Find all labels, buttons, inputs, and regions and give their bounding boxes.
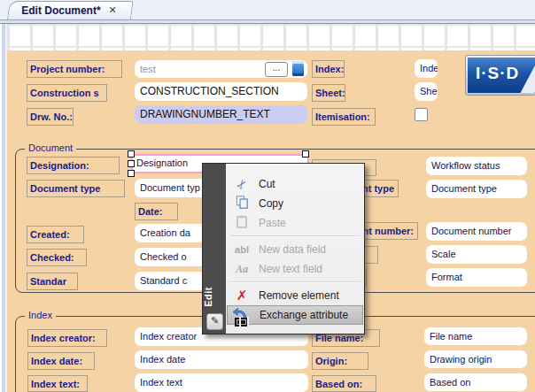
logo-swoosh-shape: [518, 58, 535, 93]
tab-edit-document[interactable]: Edit Document* ✕: [7, 1, 131, 19]
project-number-label: Project number:: [27, 60, 122, 78]
index-text-field[interactable]: Index text: [135, 373, 308, 392]
document-group-title: Document: [25, 142, 76, 153]
left-panel-edge: [0, 24, 7, 392]
standard-label: Standar: [27, 273, 78, 290]
origin-label: Origin:: [312, 352, 368, 370]
copy-icon: [233, 196, 251, 211]
menu-separator: [229, 235, 361, 237]
origin-field[interactable]: Drawing origin: [424, 350, 527, 368]
isd-logo-text: I·S·D: [476, 64, 519, 83]
sheet-field[interactable]: She: [415, 82, 438, 101]
created-label: Created:: [27, 226, 84, 243]
sheet-label: Sheet:: [312, 84, 345, 102]
scissors-icon: ✂: [233, 176, 251, 193]
menu-item-new-text-field[interactable]: Aa New text field: [227, 259, 363, 279]
tab-title: Edit Document*: [21, 4, 100, 17]
format-field[interactable]: Format: [426, 268, 527, 287]
based-on-field[interactable]: Based on: [424, 373, 527, 391]
menu-item-cut[interactable]: ✂ Cut: [227, 174, 363, 194]
document-number-field[interactable]: Document number: [426, 222, 527, 241]
selection-handle-top-left[interactable]: [128, 150, 135, 158]
clipboard-icon: [233, 215, 251, 231]
drawing-number-field[interactable]: DRAWINGNUMBER_TEXT: [135, 105, 307, 124]
edit-strip-label: Edit: [203, 287, 226, 309]
index-label: Index:: [312, 60, 345, 78]
drawing-number-label: Drw. No.:: [27, 108, 74, 126]
index-creator-label: Index creator:: [27, 329, 107, 347]
index-date-label: Index date:: [27, 352, 95, 370]
index-text-label: Index text:: [27, 375, 88, 392]
itemisation-label: Itemisation:: [312, 108, 376, 126]
database-icon[interactable]: [292, 61, 304, 76]
workflow-status-field[interactable]: Workflow status: [426, 157, 527, 175]
data-field-icon: abl: [235, 244, 249, 255]
menu-item-exchange-attribute[interactable]: Exchange attribute: [227, 305, 363, 325]
text-field-icon: Aa: [236, 263, 248, 275]
menu-item-remove-element[interactable]: ✗ Remove element: [227, 286, 363, 305]
menu-separator: [229, 281, 361, 283]
context-menu: Edit ✎ ✂ Cut Copy Paste abl: [202, 163, 365, 334]
menu-item-copy[interactable]: Copy: [227, 194, 363, 213]
designation-label: Designation:: [27, 157, 120, 174]
pencil-icon[interactable]: ✎: [206, 313, 223, 330]
construction-section-label: Construction s: [27, 84, 107, 102]
index-group-title: Index: [25, 310, 56, 320]
based-on-label: Based on:: [312, 375, 376, 392]
scale-field[interactable]: Scale: [426, 245, 527, 264]
construction-section-field[interactable]: CONSTRUCTION_SECTION: [135, 82, 307, 101]
index-field[interactable]: Inde: [415, 59, 438, 78]
project-number-field[interactable]: test ...: [135, 60, 307, 78]
selection-handle-top-right[interactable]: [302, 150, 309, 158]
isd-logo: I·S·D: [465, 55, 535, 96]
context-menu-edit-strip: Edit ✎: [203, 164, 226, 334]
browse-button[interactable]: ...: [265, 62, 288, 77]
index-date-field[interactable]: Index date: [135, 350, 308, 369]
itemisation-checkbox[interactable]: [415, 108, 428, 121]
file-name-field[interactable]: File name: [424, 327, 527, 345]
selection-handle-bottom-left[interactable]: [128, 170, 135, 177]
remove-x-icon: ✗: [236, 288, 248, 303]
form-editor-window: Edit Document* ✕ Project number: test ..…: [0, 0, 535, 392]
close-icon[interactable]: ✕: [109, 4, 117, 16]
menu-item-new-data-field[interactable]: abl New data field: [227, 240, 363, 259]
checked-label: Checked:: [27, 249, 87, 266]
document-type-right-field[interactable]: Document type: [426, 180, 527, 198]
document-type-left-label: Document type: [27, 180, 125, 197]
menu-item-paste[interactable]: Paste: [227, 213, 363, 233]
selection-handle-mid-left[interactable]: [128, 160, 135, 167]
date-label: Date:: [135, 203, 178, 220]
